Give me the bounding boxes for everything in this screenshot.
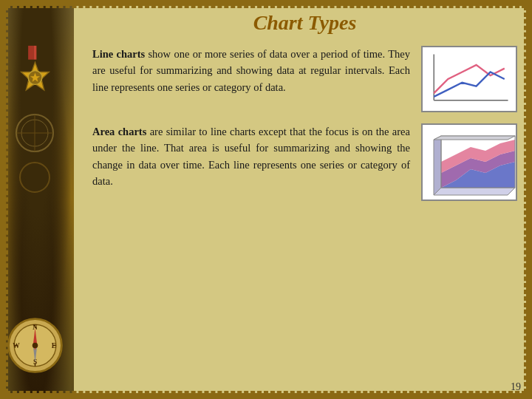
svg-rect-23 [423, 47, 515, 111]
line-charts-text: Line charts show one or more series of d… [92, 46, 410, 95]
svg-point-20 [20, 163, 50, 192]
line-chart-illustration [421, 46, 517, 112]
line-charts-section: Line charts show one or more series of d… [92, 46, 517, 112]
page-number: 19 [511, 381, 521, 393]
svg-text:E: E [52, 342, 56, 349]
area-chart-illustration [421, 123, 517, 201]
svg-point-13 [33, 343, 38, 349]
area-charts-term: Area charts [92, 126, 146, 137]
svg-text:W: W [13, 342, 20, 349]
line-chart-svg [423, 47, 516, 111]
main-content: Chart Types Line charts show one or more… [74, 0, 532, 399]
sections-container: Line charts show one or more series of d… [92, 46, 517, 388]
page-title: Chart Types [92, 11, 517, 35]
svg-rect-1 [34, 46, 37, 60]
area-chart-svg [423, 125, 517, 201]
svg-rect-0 [28, 46, 34, 60]
area-charts-text: Area charts are similar to line charts e… [92, 123, 410, 190]
svg-marker-28 [434, 136, 441, 195]
background-pattern [4, 111, 66, 200]
area-charts-section: Area charts are similar to line charts e… [92, 123, 517, 201]
svg-marker-27 [434, 188, 515, 195]
svg-marker-33 [434, 136, 515, 140]
medal-decoration [7, 44, 63, 100]
line-charts-term: Line charts [92, 48, 145, 60]
left-decorative-strip: N S E W [0, 0, 74, 399]
compass-decoration: N S E W [4, 314, 66, 377]
